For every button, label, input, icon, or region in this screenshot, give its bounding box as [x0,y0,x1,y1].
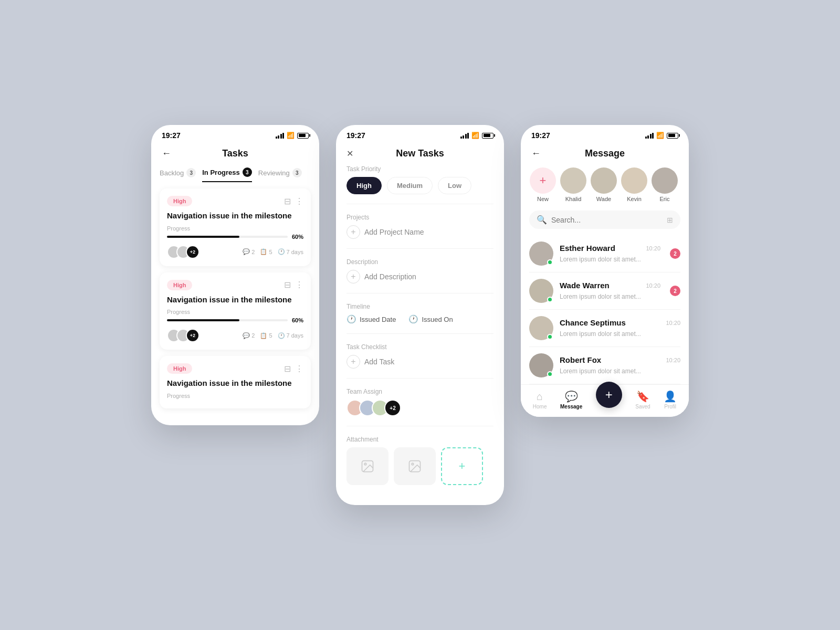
wifi-icon-3: 📶 [656,132,664,139]
task-card-3[interactable]: High ⊟ ⋮ Navigation issue in the milesto… [160,356,311,408]
chance-time: 10:20 [666,320,680,326]
tab-in-progress[interactable]: In Progress 3 [202,167,252,182]
team-assign-section: Team Assign +2 [336,388,504,416]
bookmark-icon-2[interactable]: ⊟ [284,280,291,290]
esther-name: Esther Howard [560,244,615,253]
nav-fab-button[interactable]: + [596,382,622,408]
search-bar[interactable]: 🔍 ⊞ [529,211,680,229]
bookmark-icon-3[interactable]: ⊟ [284,364,291,374]
time-stat-2: 🕐 7 days [278,332,303,339]
attachment-section: Attachment + [336,436,504,485]
time-stat-1: 🕐 7 days [278,248,303,255]
nav-message[interactable]: 💬 Message [560,390,582,410]
khalid-avatar [560,167,586,194]
progress-bar-bg-1 [167,236,288,238]
contact-eric-label: Eric [660,196,670,202]
description-section: Description + Add Description [336,258,504,284]
wade-name: Wade Warren [560,281,610,290]
battery-icon-1 [297,133,309,139]
timeline-section: Timeline 🕐 Issued Date 🕐 Issued On [336,303,504,324]
tasks-screen: 19:27 📶 ← Tasks Backlog [151,125,319,425]
message-item-3[interactable]: Chance Septimus 10:20 Lorem ipsum dolor … [529,310,680,347]
attachment-thumb-2[interactable] [394,447,436,485]
robert-preview: Lorem ipsum dolor sit amet... [560,368,641,375]
wade-badge: 2 [670,286,680,296]
esther-avatar-wrap [529,242,553,266]
issued-on-label: Issued On [422,316,453,323]
task-title-1: Navigation issue in the milestone [167,211,303,221]
chance-content: Chance Septimus 10:20 Lorem ipsum dolor … [560,318,680,338]
priority-high-button[interactable]: High [346,177,382,194]
search-input[interactable] [551,216,663,224]
more-icon-2[interactable]: ⋮ [295,280,303,290]
contact-wade[interactable]: Wade [590,167,617,202]
comment-stat-1: 💬 2 [243,248,255,255]
add-task-label: Add Task [364,358,394,366]
wifi-icon-1: 📶 [287,132,295,139]
tasks-list: High ⊟ ⋮ Navigation issue in the milesto… [151,182,319,415]
close-button[interactable]: ✕ [346,149,353,159]
wifi-icon-2: 📶 [471,132,479,139]
tab-reviewing[interactable]: Reviewing 3 [258,168,302,182]
task-card-1[interactable]: High ⊟ ⋮ Navigation issue in the milesto… [160,188,311,266]
priority-medium-button[interactable]: Medium [387,177,433,194]
add-attachment-button[interactable]: + [441,447,483,485]
nav-saved[interactable]: 🔖 Saved [635,390,650,410]
esther-badge: 2 [670,248,680,259]
svg-point-1 [364,463,366,465]
message-item-2[interactable]: Wade Warren 10:20 Lorem ipsum dolor sit … [529,272,680,310]
add-description-icon: + [346,270,360,284]
priority-low-button[interactable]: Low [438,177,471,194]
wade-content: Wade Warren 10:20 Lorem ipsum dolor sit … [560,281,660,301]
issued-date-item[interactable]: 🕐 Issued Date [346,314,396,324]
filter-icon[interactable]: ⊞ [667,216,673,224]
status-bar-2: 19:27 📶 [336,125,504,144]
checklist-section: Task Checklist + Add Task [336,343,504,369]
message-header: ← Message [521,144,689,165]
attachment-label: Attachment [346,436,494,443]
contact-khalid[interactable]: Khalid [560,167,587,202]
home-icon: ⌂ [537,391,543,403]
contact-eric[interactable]: Eric [651,167,678,202]
signal-icon-3 [645,133,654,139]
progress-label-2: Progress [167,309,303,315]
progress-pct-2: 60% [292,317,303,323]
more-icon-3[interactable]: ⋮ [295,364,303,374]
message-item-1[interactable]: Esther Howard 10:20 Lorem ipsum dolor si… [529,235,680,272]
svg-point-3 [412,463,414,465]
comment-stat-2: 💬 2 [243,332,255,339]
add-description-row[interactable]: + Add Description [346,270,494,284]
contact-new-label: New [537,196,549,202]
message-item-4[interactable]: Robert Fox 10:20 Lorem ipsum dolor sit a… [529,347,680,384]
progress-bar-fill-1 [167,236,239,238]
new-tasks-header: ✕ New Tasks [336,144,504,165]
issued-on-item[interactable]: 🕐 Issued On [408,314,453,324]
add-project-icon: + [346,225,360,239]
tab-backlog[interactable]: Backlog 3 [160,168,196,182]
team-assign-label: Team Assign [346,388,494,395]
attachment-thumb-1[interactable] [346,447,388,485]
back-button-3[interactable]: ← [531,148,541,159]
online-indicator-3 [547,334,553,340]
team-avatars: +2 [346,400,494,416]
chance-preview: Lorem ipsum dolor sit amet... [560,330,641,338]
progress-bar-bg-2 [167,319,288,321]
file-stat-2: 📋 5 [260,332,272,339]
add-task-row[interactable]: + Add Task [346,355,494,369]
wade-time: 10:20 [646,282,660,289]
new-contact-icon: + [530,167,556,194]
chance-avatar-wrap [529,316,553,340]
esther-preview: Lorem ipsum dolor sit amet... [560,256,641,263]
issued-on-clock-icon: 🕐 [408,314,418,324]
signal-icon-1 [276,133,285,139]
contact-kevin[interactable]: Kevin [621,167,648,202]
back-button-1[interactable]: ← [162,148,171,159]
nav-home[interactable]: ⌂ Home [533,391,547,410]
contact-new[interactable]: + New [529,167,556,202]
more-icon-1[interactable]: ⋮ [295,196,303,206]
bookmark-icon-1[interactable]: ⊟ [284,196,291,206]
nav-profil[interactable]: 👤 Profil [664,390,677,410]
profil-icon: 👤 [664,390,677,403]
add-project-row[interactable]: + Add Project Name [346,225,494,239]
task-card-2[interactable]: High ⊟ ⋮ Navigation issue in the milesto… [160,272,311,350]
